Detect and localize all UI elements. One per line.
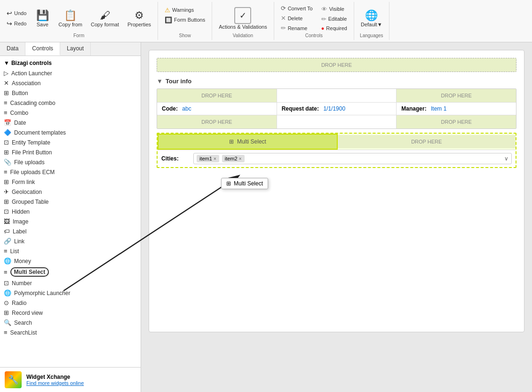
drop-zone-col2-bot[interactable] [277, 115, 397, 128]
radio-icon: ⊙ [4, 299, 9, 306]
tree-node-grouped-table[interactable]: ⊞ Grouped Table [0, 197, 141, 207]
record-view-icon: ⊞ [4, 309, 9, 316]
tree-node-link[interactable]: 🔗 Link [0, 236, 141, 246]
tree-node-entity-template[interactable]: ⊡ Entity Template [0, 137, 141, 147]
tree-node-search[interactable]: 🔍 Search [0, 318, 141, 328]
polymorphic-launcher-icon: 🌐 [4, 289, 11, 296]
tree-node-file-uploads[interactable]: 📎 File uploads [0, 157, 141, 167]
tree-node-image[interactable]: 🖼 Image [0, 216, 141, 226]
node-label-grouped-table: Grouped Table [12, 199, 49, 205]
convert-to-button[interactable]: ⟳ Convert To [278, 4, 316, 13]
tree-node-date[interactable]: 📅 Date [0, 118, 141, 128]
tree-node-cascading-combo[interactable]: ≡ Cascading combo [0, 98, 141, 108]
tag-item2-remove[interactable]: × [239, 156, 242, 161]
node-label-cascading-combo: Cascading combo [10, 100, 56, 106]
tree-node-geolocation[interactable]: ✈ Geolocation [0, 187, 141, 197]
drop-zone-col3-bot[interactable]: DROP HERE [397, 115, 516, 128]
form-canvas-area: DROP HERE ▼ Tour info DROP HERE DROP HER… [141, 42, 532, 392]
tree-node-radio[interactable]: ⊙ Radio [0, 298, 141, 308]
tree-node-hidden[interactable]: ⊡ Hidden [0, 207, 141, 216]
tree-node-action-launcher[interactable]: ▷ Action Launcher [0, 68, 141, 78]
toolbar-show-group: ⚠ Warnings 🔲 Form Buttons Show [158, 2, 212, 40]
rename-button[interactable]: ✏ Rename [278, 24, 316, 32]
tag-dropdown-button[interactable]: ∨ [504, 155, 508, 162]
tree-node-record-view[interactable]: ⊞ Record view [0, 308, 141, 318]
association-icon: ✕ [4, 80, 9, 87]
toolbar-validation-group: ✓ Actions & Validations Validation [212, 2, 274, 40]
tab-layout[interactable]: Layout [60, 42, 91, 56]
visible-button[interactable]: 👁 Visible [318, 5, 350, 14]
editable-button[interactable]: ✏ Editable [318, 15, 350, 24]
tree-node-file-print-button[interactable]: ⊞ File Print Button [0, 147, 141, 157]
default-language-button[interactable]: 🌐 Default▼ [358, 8, 385, 29]
combo-icon: ≡ [4, 109, 8, 116]
tree-node-button[interactable]: ⊞ Button [0, 88, 141, 98]
node-label-list: List [10, 248, 19, 255]
tree-node-searchlist[interactable]: ≡ SearchList [0, 328, 141, 337]
warnings-button[interactable]: ⚠ Warnings [162, 6, 208, 15]
redo-button[interactable]: ↪ Redo [4, 19, 29, 28]
tree-node-label[interactable]: 🏷 Label [0, 226, 141, 236]
number-icon: ⊡ [4, 280, 9, 287]
tree-node-money[interactable]: 🌐 Money [0, 256, 141, 266]
node-label-record-view: Record view [12, 310, 43, 316]
manager-value: Item 1 [431, 105, 446, 112]
multiselect-drop-zone[interactable]: DROP HERE [338, 135, 516, 148]
tree-node-association[interactable]: ✕ Association [0, 78, 141, 88]
copy-from-button[interactable]: 📋 Copy from [56, 8, 85, 29]
delete-button[interactable]: ✕ Delete [278, 14, 316, 23]
widget-subtitle[interactable]: Find more widgets online [26, 380, 84, 386]
tree-node-combo[interactable]: ≡ Combo [0, 108, 141, 118]
drag-tooltip-icon: ⊞ [226, 180, 231, 187]
languages-group-label: Languages [354, 33, 389, 38]
tree-node-form-link[interactable]: ⊞ Form link [0, 177, 141, 187]
node-label-combo: Combo [10, 110, 29, 116]
code-value: abc [182, 105, 191, 112]
document-templates-icon: 🔷 [4, 129, 11, 136]
validation-group-label: Validation [212, 33, 274, 38]
properties-button[interactable]: ⚙ Properties [125, 8, 154, 29]
save-button[interactable]: 💾 Save [32, 8, 53, 29]
node-label-polymorphic-launcher: Polymorphic Launcher [14, 290, 70, 296]
tree-node-document-templates[interactable]: 🔷 Document templates [0, 128, 141, 137]
drop-zone-col2-top[interactable] [277, 89, 397, 102]
field-request-date: Request date: 1/1/1900 [277, 103, 397, 115]
form-buttons-label: Form Buttons [174, 17, 205, 23]
delete-label: Delete [288, 16, 303, 21]
tab-data[interactable]: Data [0, 42, 25, 56]
entity-template-icon: ⊡ [4, 139, 9, 146]
search-icon: 🔍 [4, 319, 11, 326]
save-label: Save [37, 22, 48, 27]
tree-node-polymorphic-launcher[interactable]: 🌐 Polymorphic Launcher [0, 288, 141, 298]
section-toggle[interactable]: ▼ [157, 78, 163, 85]
drop-zone-col1-bot[interactable]: DROP HERE [157, 115, 277, 128]
tree-root: ▼ Bizagi controls [0, 58, 141, 68]
actions-validations-button[interactable]: ✓ Actions & Validations [216, 5, 270, 32]
tree-node-list[interactable]: ≡ List [0, 246, 141, 256]
visible-label: Visible [329, 6, 344, 12]
tab-controls[interactable]: Controls [25, 42, 60, 56]
undo-button[interactable]: ↩ Undo [4, 8, 29, 18]
required-label: Required [326, 25, 347, 31]
node-label-file-uploads: File uploads [14, 159, 45, 166]
drop-zone-col3-top[interactable]: DROP HERE [397, 89, 516, 102]
multiselect-placeholder[interactable]: ⊞ Multi Select [158, 134, 338, 150]
left-panel: Data Controls Layout ▼ Bizagi controls ▷… [0, 42, 141, 392]
hidden-icon: ⊡ [4, 208, 9, 215]
section-header: ▼ Tour info [157, 76, 516, 88]
file-uploads-ecm-icon: ≡ [4, 168, 8, 176]
node-label-geolocation: Geolocation [12, 189, 42, 195]
multiselect-section: ⊞ Multi Select DROP HERE Cities: item1 [157, 133, 516, 168]
form-buttons-button[interactable]: 🔲 Form Buttons [162, 16, 208, 24]
required-button[interactable]: ● Required [318, 24, 350, 32]
tree-collapse-icon[interactable]: ▼ [4, 60, 9, 66]
tag-item1-remove[interactable]: × [214, 156, 216, 161]
tree-node-file-uploads-ecm[interactable]: ≡ File uploads ECM [0, 167, 141, 177]
copy-format-button[interactable]: 🖌 Copy format [88, 8, 122, 29]
tree-node-multi-select[interactable]: ≡ Multi Select [0, 266, 141, 278]
manager-label: Manager: [401, 105, 426, 112]
tree-node-number[interactable]: ⊡ Number [0, 278, 141, 288]
drop-zone-col1-top[interactable]: DROP HERE [157, 89, 277, 102]
top-drop-zone[interactable]: DROP HERE [157, 58, 516, 72]
date-icon: 📅 [4, 119, 11, 126]
